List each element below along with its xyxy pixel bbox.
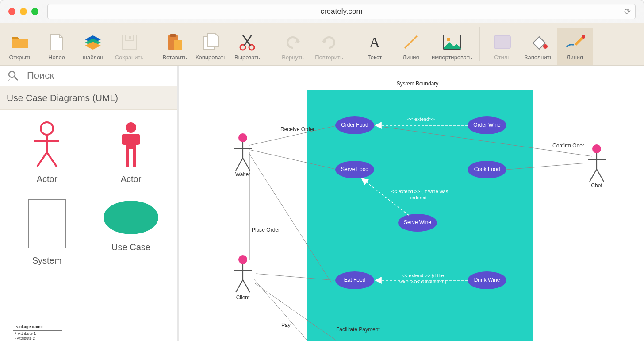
usecase-cook-food[interactable]: Cook Food [468,161,506,178]
scissors-icon [237,32,257,52]
svg-point-24 [104,201,158,234]
redo-button[interactable]: Повторить [311,28,347,65]
address-bar-text: creately.com [320,7,362,16]
image-icon [442,32,462,52]
save-button[interactable]: Сохранить [111,28,147,65]
line-tool-button[interactable]: Линия [393,28,429,65]
edge-extend-2b: ordered } [410,195,430,200]
undo-icon [283,32,303,52]
svg-text:Cook Food: Cook Food [474,166,500,172]
svg-text:Order Wine: Order Wine [473,122,501,128]
svg-text:Client: Client [236,294,250,301]
close-window-button[interactable] [8,8,15,15]
svg-rect-12 [494,35,510,49]
svg-text:Serve Food: Serve Food [341,166,368,172]
undo-button[interactable]: Вернуть [275,28,311,65]
shape-sidebar: Use Case Diagrams (UML) Actor Actor Syst… [0,66,179,341]
new-file-icon [46,32,67,52]
line-style-button[interactable]: Линия [557,28,593,65]
svg-text:Waiter: Waiter [235,171,250,178]
clipboard-icon [165,32,185,52]
fill-button[interactable]: Заполнить [521,28,557,65]
edge-confirm-order: Confirm Oder [552,143,584,149]
svg-text:Chef: Chef [591,182,602,189]
style-button[interactable]: Стиль [484,28,521,65]
edge-extend-1: << extend>> [407,116,435,122]
edge-pay: Pay [281,322,291,328]
copy-button[interactable]: Копировать [193,28,229,65]
search-icon[interactable] [0,70,26,81]
shape-library-header[interactable]: Use Case Diagrams (UML) [0,86,177,110]
template-button[interactable]: шаблон [75,28,111,65]
usecase-drink-wine[interactable]: Drink Wine [468,271,506,289]
edge-extend-3a: << extend >> {if the [402,273,444,278]
usecase-order-wine[interactable]: Order Wine [468,116,506,134]
svg-text:A: A [369,34,380,50]
svg-line-16 [14,77,18,80]
svg-text:Drink Wine: Drink Wine [474,277,500,283]
svg-line-9 [405,36,417,48]
boundary-title: System Boundary [397,81,439,87]
edge-place-order: Place Order [252,227,280,233]
shape-usecase[interactable]: Use Case [98,198,164,266]
reload-icon[interactable]: ⟳ [624,7,631,16]
save-icon [119,32,139,52]
svg-point-11 [447,38,450,41]
svg-text:Order Food: Order Food [341,122,368,128]
folder-icon [10,32,31,52]
edge-extend-2a: << extend >> { if wine was [391,189,448,194]
svg-line-21 [47,152,57,167]
layers-icon [83,32,103,52]
line-icon [401,32,421,52]
svg-point-17 [41,122,53,135]
actor-client[interactable]: Client [234,255,252,301]
paste-button[interactable]: Вставить [157,28,193,65]
edge-receive-order: Receive Order [280,126,314,132]
usecase-serve-food[interactable]: Serve Food [335,161,374,178]
paint-bucket-icon [529,32,549,52]
shape-actor-solid[interactable]: Actor [98,120,164,184]
open-button[interactable]: Открыть [2,28,38,65]
main-toolbar: Открыть Новое шаблон Сохранить Встави [0,23,644,66]
text-tool-button[interactable]: A Текст [356,28,393,65]
search-input[interactable] [26,70,177,82]
maximize-window-button[interactable] [31,8,38,15]
svg-point-14 [582,35,585,39]
import-button[interactable]: импортировать [429,28,475,65]
cut-button[interactable]: Вырезать [229,28,265,65]
shape-package[interactable]: Package Name + Attribute 1 - Attribute 2 [13,324,62,341]
svg-point-22 [126,122,136,133]
style-swatch-icon [492,32,513,52]
actor-chef[interactable]: Chef [588,144,606,189]
svg-point-13 [543,44,548,49]
address-bar[interactable]: creately.com ⟳ [47,4,636,19]
svg-text:Serve Wine: Serve Wine [404,219,431,225]
usecase-serve-wine[interactable]: Serve Wine [398,214,437,232]
pencil-line-icon [565,32,585,52]
usecase-order-food[interactable]: Order Food [335,116,374,134]
svg-rect-5 [174,40,182,50]
text-icon: A [364,32,385,52]
redo-icon [319,32,339,52]
usecase-eat-food[interactable]: Eat Food [335,271,374,289]
minimize-window-button[interactable] [20,8,27,15]
copy-icon [201,32,221,52]
shape-system[interactable]: System [14,198,80,266]
edge-facilitate: Facilitate Payment [336,326,380,333]
svg-rect-4 [170,34,176,37]
shape-actor-stick[interactable]: Actor [14,120,80,184]
new-button[interactable]: Новое [38,28,75,65]
actor-waiter[interactable]: Waiter [234,133,252,178]
diagram-canvas[interactable]: System Boundary Receive Order Place Orde… [179,66,644,341]
svg-text:Eat Food: Eat Food [344,277,366,283]
svg-rect-23 [28,199,65,248]
svg-point-15 [9,71,15,78]
svg-rect-2 [129,36,131,39]
edge-extend-3b: wine was consumed } [399,279,446,284]
svg-line-20 [37,152,47,167]
